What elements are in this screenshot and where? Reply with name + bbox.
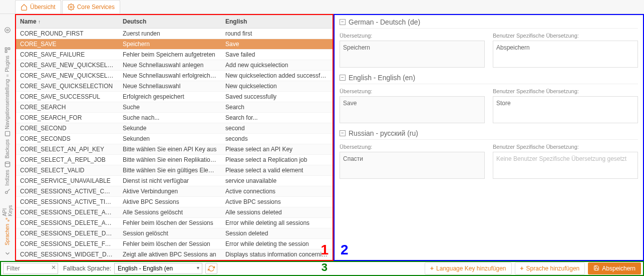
cell-name: CORE_SELECT_VALID [16,165,119,175]
collapse-icon[interactable]: − [340,75,346,81]
cell-en: Please select a Replication job [221,155,333,165]
vertical-sidebar: Plugins Navigationseinstellung Backups I… [0,14,15,261]
sidebar-item-top[interactable] [1,16,15,44]
col-header-de[interactable]: Deutsch [119,15,221,28]
cell-name: CORE_SESSIONS_WIDGET_DESCRIPTION [16,249,119,259]
sort-asc-icon: ↑ [38,19,41,25]
cell-en: Save failed [221,50,333,60]
table-row[interactable]: CORE_SERVICE_UNAVAILABLEDienst ist nicht… [16,176,333,186]
cell-de: Aktive Verbindungen [119,186,221,196]
table-row[interactable]: CORE_SELECT_VALIDBitte wählen Sie ein gü… [16,165,333,176]
table-row[interactable]: CORE_SAVE_NEW_QUICKSELECTION_SU...Neue S… [16,71,333,81]
table-row[interactable]: CORE_SAVESpeichernSave [16,39,333,50]
sidebar-item-indices[interactable]: Indizes [1,159,15,187]
cell-name: CORE_SAVE_QUICKSELECTION [16,81,119,91]
cell-de: Fehler beim Speichern aufgetreten [119,50,221,60]
table-row[interactable]: CORE_SESSIONS_DELETE_FAILEDFehler beim l… [16,239,333,249]
table-row[interactable]: CORE_SAVE_SUCCESSFULErfolgreich gespeich… [16,92,333,102]
sidebar-item-apikeys[interactable]: API Keys [1,188,15,216]
translation-label: Übersetzung: [340,88,485,94]
cell-name: CORE_SESSIONS_ACTIVE_CONNECTIONS [16,186,119,196]
cell-en: Active BPC sessions [221,197,333,207]
col-header-name[interactable]: Name ↑ [16,15,119,28]
language-header[interactable]: −English - English (en) [340,74,638,84]
cell-name: CORE_SEARCH_FOR [16,113,119,123]
save-icon [593,265,599,272]
table-row[interactable]: CORE_SECONDSekundesecond [16,123,333,134]
cell-name: CORE_SEARCH [16,102,119,112]
cell-en: Save [221,39,333,49]
cell-en: Session deleted [221,228,333,238]
cell-name: CORE_SAVE [16,39,119,49]
collapse-icon[interactable]: − [340,130,346,136]
language-header[interactable]: −German - Deutsch (de) [340,18,638,29]
sidebar-item-backups[interactable]: Backups [1,130,15,158]
add-language-button[interactable]: + Sprache hinzufügen [515,262,585,274]
clear-icon[interactable]: ✕ [51,264,56,271]
content: Plugins Navigationseinstellung Backups I… [0,14,644,261]
user-translation-input[interactable]: Abspeichern [493,41,638,68]
annotation-2: 2 [341,242,349,258]
table-row[interactable]: CORE_SAVE_QUICKSELECTIONNeue Schnellausw… [16,81,333,92]
sidebar-item-navigation[interactable]: Navigationseinstellung [1,74,15,129]
table-row[interactable]: CORE_SECONDSSekundenseconds [16,134,333,144]
sidebar-collapse[interactable] [1,246,15,260]
sidebar-item-plugins[interactable]: Plugins [1,45,15,73]
user-translation-input[interactable]: Keine Benutzer Spezifische Übersetzung g… [493,152,638,179]
tab-core-services[interactable]: Core Services [62,0,120,14]
sidebar-item-languages[interactable]: Sprachen [1,217,15,245]
fallback-select[interactable] [114,263,202,274]
cell-name: CORE_SAVE_NEW_QUICKSELECTION_SU... [16,71,119,81]
cell-de: Suche [119,102,221,112]
user-translation-label: Benutzer Spezifische Übersetzung: [493,88,638,94]
save-button[interactable]: Abspeichern [588,262,641,274]
table-row[interactable]: CORE_SEARCHSucheSearch [16,102,333,113]
cell-en: service unavailable [221,176,333,186]
cell-en: Error while deleting the session [221,239,333,249]
cell-en: second [221,123,333,133]
cell-name: CORE_SECONDS [16,134,119,144]
annotation-3: 3 [321,261,328,274]
col-header-en[interactable]: English [221,15,333,28]
table-row[interactable]: CORE_SEARCH_FORSuche nach...Search for..… [16,113,333,123]
cell-en: round first [221,29,333,39]
plus-icon: + [520,265,524,272]
cell-name: CORE_SAVE_NEW_QUICKSELECTION [16,60,119,70]
language-section: −English - English (en)Übersetzung:SaveB… [340,74,638,123]
table-row[interactable]: CORE_SESSIONS_DELETE_ALL_DONEAlle Sessio… [16,207,333,218]
cell-name: CORE_SESSIONS_ACTIVE_TITLE [16,197,119,207]
cell-de: Neue Schnellauswahl [119,81,221,91]
tab-overview[interactable]: Übersicht [15,0,61,14]
cell-name: CORE_SESSIONS_DELETE_DONE [16,228,119,238]
collapse-icon[interactable]: − [340,19,346,25]
table-row[interactable]: CORE_SAVE_FAILUREFehler beim Speichern a… [16,50,333,60]
user-translation-input[interactable]: Store [493,96,638,123]
translation-value: Speichern [340,41,485,68]
tabstrip: Übersicht Core Services [0,0,644,14]
cell-en: Add new quickselection [221,60,333,70]
table-row[interactable]: CORE_ROUND_FIRSTZuerst rundenround first [16,29,333,39]
cell-en: Search [221,102,333,112]
table-row[interactable]: CORE_SAVE_NEW_QUICKSELECTIONNeue Schnell… [16,60,333,71]
user-translation-label: Benutzer Spezifische Übersetzung: [493,33,638,39]
table-row[interactable]: CORE_SESSIONS_DELETE_ALL_FAILEDFehler be… [16,218,333,228]
table-row[interactable]: CORE_SESSIONS_ACTIVE_CONNECTIONSAktive V… [16,186,333,197]
table-row[interactable]: CORE_SELECT_AN_API_KEYBitte wählen Sie e… [16,144,333,155]
table-body[interactable]: CORE_ROUND_FIRSTZuerst rundenround first… [16,29,333,260]
cell-de: Aktive BPC Sessions [119,197,221,207]
svg-rect-3 [5,48,7,50]
refresh-button[interactable] [205,263,217,274]
cell-name: CORE_SAVE_SUCCESSFUL [16,92,119,102]
add-language-key-button[interactable]: + Language Key hinzufügen [425,262,511,274]
plus-icon: + [430,265,434,272]
bottom-toolbar: ✕ Fallback Sprache: ▾ + Language Key hin… [0,261,644,276]
cell-en: Please select a valid element [221,165,333,175]
table-row[interactable]: CORE_SESSIONS_WIDGET_DESCRIPTIONZeigt al… [16,249,333,260]
language-header[interactable]: −Russian - русский (ru) [340,129,638,140]
table-row[interactable]: CORE_SESSIONS_ACTIVE_TITLEAktive BPC Ses… [16,197,333,207]
filter-input[interactable] [3,263,58,274]
tab-label: Übersicht [30,4,56,11]
table-row[interactable]: CORE_SELECT_A_REPL_JOBBitte wählen Sie e… [16,155,333,165]
cell-en: Error while deleting all sessions [221,218,333,228]
table-row[interactable]: CORE_SESSIONS_DELETE_DONESession gelösch… [16,228,333,239]
